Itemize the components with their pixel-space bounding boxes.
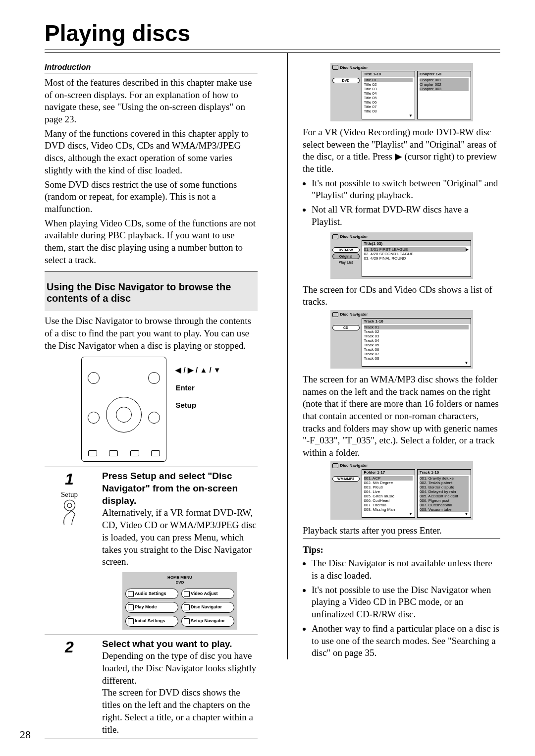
bullet-item: Not all VR format DVD-RW discs have a Pl… (312, 204, 500, 228)
bullet-item: The Disc Navigator is not available unle… (312, 557, 500, 582)
intro-rule (45, 73, 258, 74)
list-item: 01. 3/31 FIRST LEAGUE (364, 247, 466, 252)
step-2-body: Depending on the type of disc you have l… (102, 650, 258, 687)
list-item: Track 03 (364, 334, 469, 338)
remote-figure: ◀ / ▶ / ▲ / ▼ Enter Setup (45, 357, 258, 462)
titles-box: Title 1-10 Title 01 Title 02 Title 03 Ti… (362, 71, 416, 119)
preview-icon: ▶ (466, 247, 469, 252)
bullet-item: It's not possible to switch between "Ori… (312, 177, 500, 202)
tracks-box: Track 1-10 001. Gravity deluxe 002. Tesl… (417, 469, 471, 518)
column-head: Track 1-10 (362, 319, 471, 324)
scroll-icon: ▼ (420, 512, 469, 516)
playback-paragraph: Playback starts after you press Enter. (303, 525, 500, 537)
step-1-title: Press Setup and select "Disc Navigator" … (102, 471, 238, 505)
home-menu-osd: HOME MENU DVD Audio Settings Video Adjus… (122, 572, 237, 630)
tab-playlist: Play List (332, 260, 360, 265)
remote-control-diagram (81, 357, 166, 462)
osd-cd-navigator: Disc Navigator CD Track 1-10 Track 01 Tr… (330, 310, 473, 369)
step-1: 1 Setup Press Setup and select "Disc Nav… (45, 467, 258, 631)
list-item: Track 05 (364, 343, 469, 347)
home-menu-item: Audio Settings (125, 589, 178, 599)
press-button-icon (58, 499, 81, 526)
svg-point-1 (67, 503, 72, 508)
enter-label: Enter (175, 383, 220, 392)
osd-header: Disc Navigator (332, 312, 471, 317)
cd-paragraph: The screen for CDs and Video CDs shows a… (303, 284, 500, 308)
list-item: 002. Nth Degree (364, 481, 413, 485)
list-item: 006. Pigeon post (420, 498, 469, 503)
step-number-text: 2 (65, 638, 74, 656)
osd-dvdrw-navigator: Disc Navigator DVD-RW Original Play List… (330, 232, 473, 279)
svg-point-0 (64, 500, 75, 511)
mp3-paragraph: The screen for an WMA/MP3 disc shows the… (303, 374, 500, 459)
vr-bullets: It's not possible to switch between "Ori… (312, 177, 500, 228)
list-item: 02. 4/28 SECOND LEAGUE (364, 252, 469, 256)
list-item: 007. Outernational (420, 503, 469, 507)
disc-type-tag: WMA/MP3 (332, 476, 360, 482)
step-number: 2 (45, 638, 94, 736)
intro-paragraph: Many of the functions covered in this ch… (45, 128, 258, 177)
osd-mp3-navigator: Disc Navigator WMA/MP3 Folder 1-17 001. … (330, 461, 473, 520)
list-item: Title 03 (364, 87, 413, 91)
setup-icon-label: Setup (61, 490, 78, 499)
home-menu-item: Setup Navigator (181, 616, 234, 627)
column-head: Title 1-10 (362, 71, 415, 77)
column-head: Folder 1-17 (362, 470, 415, 475)
list-item: Title 02 (364, 82, 413, 87)
home-menu-sub: DVD (176, 580, 184, 585)
list-item: Title 04 (364, 91, 413, 96)
list-item: 004. Live (364, 489, 413, 494)
disc-type-tag: DVD (332, 78, 360, 83)
tracks-box: Track 1-10 Track 01 Track 02 Track 03 Tr… (362, 318, 471, 367)
step-number: 1 Setup (45, 470, 94, 631)
list-item: Track 06 (364, 347, 469, 352)
step-1-body: Alternatively, if a VR format DVD-RW, CD… (102, 507, 258, 568)
list-item: Chapter 003 (420, 87, 469, 91)
step-2: 2 Select what you want to play. Dependin… (45, 635, 258, 740)
list-item: Chapter 001 (420, 78, 469, 82)
home-menu-item: Initial Settings (125, 616, 178, 627)
intro-paragraph: When playing Video CDs, some of the func… (45, 217, 258, 267)
tab-original: Original (332, 254, 360, 259)
intro-paragraph: Some DVD discs restrict the use of some … (45, 179, 258, 216)
disc-type-tag: DVD-RW (332, 247, 360, 253)
scroll-icon: ▼ (364, 113, 413, 118)
column-head: Chapter 1-3 (418, 71, 471, 77)
list-item: 001. ACP (364, 476, 413, 481)
list-item: Title 01 (364, 78, 413, 82)
bullet-item: Another way to find a particular place o… (312, 623, 500, 659)
list-item: 003. Pfeuti (364, 485, 413, 489)
step-2-title: Select what you want to play. (102, 639, 232, 649)
list-item: Title 06 (364, 100, 413, 105)
list-item: Track 08 (364, 356, 469, 361)
list-item: 003. Border dispute (420, 485, 469, 489)
step-2-body: The screen for DVD discs shows the title… (102, 687, 258, 736)
list-item: Title 05 (364, 96, 413, 100)
titles-box: Title(1-03) 01. 3/31 FIRST LEAGUE▶ 02. 4… (362, 240, 471, 277)
list-item: Track 01 (364, 325, 469, 329)
home-menu-item: Disc Navigator (181, 602, 234, 613)
section-heading: Using the Disc Navigator to browse the c… (47, 281, 255, 304)
list-item: 005. Accident incident (420, 494, 469, 498)
list-item: Track 07 (364, 352, 469, 356)
remote-labels: ◀ / ▶ / ▲ / ▼ Enter Setup (175, 357, 220, 418)
osd-header: Disc Navigator (332, 463, 471, 468)
osd-header: Disc Navigator (332, 65, 471, 70)
list-item: Track 04 (364, 338, 469, 343)
page-title: Playing discs (45, 20, 500, 47)
column-head: Title(1-03) (362, 241, 471, 246)
step-number-text: 1 (65, 470, 74, 488)
section-lead: Use the Disc Navigator to browse through… (45, 315, 258, 352)
list-item: 006. CodHead (364, 498, 413, 503)
intro-paragraph: Most of the features described in this c… (45, 77, 258, 126)
folders-box: Folder 1-17 001. ACP 002. Nth Degree 003… (362, 469, 416, 518)
setup-label: Setup (175, 401, 220, 409)
tips-bullets: The Disc Navigator is not available unle… (312, 557, 500, 659)
section-heading-box: Using the Disc Navigator to browse the c… (45, 271, 258, 311)
column-head: Track 1-10 (418, 470, 471, 475)
right-rule (303, 539, 500, 540)
intro-heading: Introduction (45, 63, 258, 72)
chapters-box: Chapter 1-3 Chapter 001 Chapter 002 Chap… (417, 71, 471, 119)
scroll-icon: ▼ (364, 512, 413, 516)
page-number: 28 (20, 728, 31, 741)
